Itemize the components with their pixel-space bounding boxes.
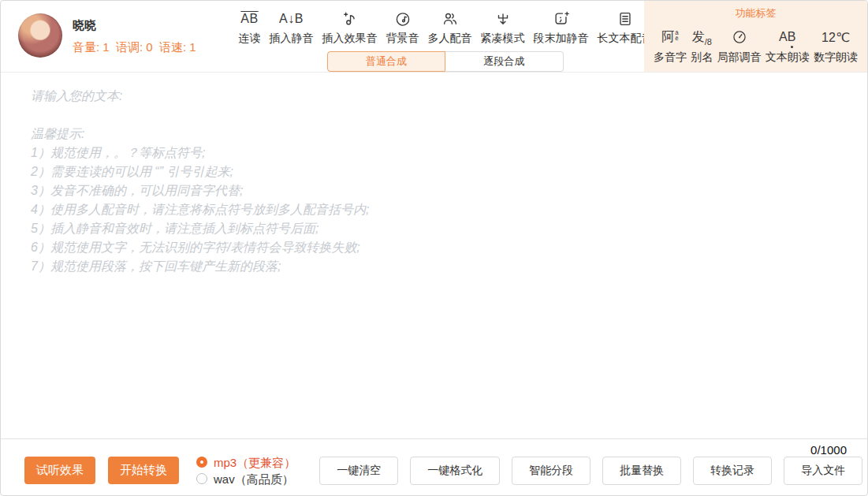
tab-segment-synthesis[interactable]: 逐段合成 — [445, 51, 564, 72]
toolbar-wrap: AB 连读 A↓B 插入静音 插入效果音 — [247, 1, 644, 72]
tool-background-music[interactable]: 背景音 — [386, 9, 420, 46]
toolbar: AB 连读 A↓B 插入静音 插入效果音 — [238, 9, 654, 46]
voice-name: 晓晓 — [73, 18, 196, 33]
gauge-icon — [732, 28, 747, 47]
format-radio-group: mp3（更兼容） wav（高品质） — [196, 456, 296, 486]
text-reading-icon: AB — [779, 28, 795, 47]
import-file-button[interactable]: 导入文件 — [784, 457, 862, 485]
voice-avatar[interactable] — [18, 13, 62, 58]
tool-compact-mode[interactable]: 紧凑模式 — [480, 9, 526, 46]
synthesis-mode-tabs: 普通合成 逐段合成 — [327, 51, 564, 72]
polyphonic-char-icon: 阿āē — [661, 28, 678, 47]
feature-polyphonic[interactable]: 阿āē 多音字 — [654, 28, 687, 65]
tool-paragraph-end-silence[interactable]: 段末加静音 — [533, 9, 590, 46]
tool-multi-voice[interactable]: 多人配音 — [427, 9, 473, 46]
convert-button[interactable]: 开始转换 — [108, 457, 179, 484]
footer-toolbar: 试听效果 开始转换 mp3（更兼容） wav（高品质） 一键清空 一键格式化 智… — [1, 438, 867, 495]
alias-icon: 发/8 — [692, 28, 712, 47]
compress-down-icon — [494, 9, 512, 28]
tts-app-window: 晓晓 音量: 1 语调: 0 语速: 1 AB 连读 A↓B 插入静音 — [0, 0, 868, 496]
feature-tags-panel: 功能标签 阿āē 多音字 发/8 别名 — [644, 1, 867, 72]
tool-insert-silence[interactable]: A↓B 插入静音 — [269, 9, 315, 46]
header: 晓晓 音量: 1 语调: 0 语速: 1 AB 连读 A↓B 插入静音 — [1, 1, 867, 73]
conversion-history-button[interactable]: 转换记录 — [693, 457, 772, 485]
feature-number-reading[interactable]: 12℃ 数字朗读 — [814, 28, 858, 65]
radio-wav[interactable]: wav（高品质） — [196, 472, 296, 486]
linked-reading-icon: AB — [240, 9, 258, 28]
frame-semicolon-plus-icon — [553, 9, 570, 28]
insert-silence-icon: A↓B — [279, 9, 304, 28]
tool-liandu[interactable]: AB 连读 — [238, 9, 262, 46]
number-reading-icon: 12℃ — [821, 28, 850, 47]
preview-button[interactable]: 试听效果 — [24, 457, 95, 484]
feature-local-tuning[interactable]: 局部调音 — [717, 28, 762, 65]
sound-effect-note-icon — [341, 9, 359, 28]
feature-alias[interactable]: 发/8 别名 — [691, 28, 713, 65]
voice-meta: 晓晓 音量: 1 语调: 0 语速: 1 — [73, 13, 196, 55]
radio-mp3[interactable]: mp3（更兼容） — [196, 456, 296, 469]
tab-normal-synthesis[interactable]: 普通合成 — [327, 51, 445, 72]
voice-selector-card[interactable]: 晓晓 音量: 1 语调: 0 语速: 1 — [1, 1, 247, 72]
clear-all-button[interactable]: 一键清空 — [319, 457, 398, 485]
feature-text-reading[interactable]: AB 文本朗读 — [766, 28, 810, 65]
smart-segment-button[interactable]: 智能分段 — [512, 457, 590, 485]
radio-unselected-icon[interactable] — [196, 473, 207, 484]
tool-insert-effect[interactable]: 插入效果音 — [322, 9, 378, 46]
char-counter: 0/1000 — [810, 443, 847, 457]
radio-selected-icon[interactable] — [196, 457, 207, 468]
document-lines-icon — [617, 9, 634, 28]
people-icon — [441, 9, 459, 28]
format-button[interactable]: 一键格式化 — [410, 457, 500, 485]
feature-items: 阿āē 多音字 发/8 别名 — [654, 28, 858, 65]
batch-replace-button[interactable]: 批量替换 — [602, 457, 681, 485]
footer-tool-buttons: 一键清空 一键格式化 智能分段 批量替换 转换记录 导入文件 — [319, 457, 862, 485]
voice-stats: 音量: 1 语调: 0 语速: 1 — [73, 40, 196, 55]
text-input-area[interactable]: 请输入您的文本: 温馨提示: 1）规范使用，。？等标点符号; 2）需要连读的可以… — [1, 73, 867, 438]
feature-panel-title: 功能标签 — [654, 6, 858, 21]
background-music-disc-icon — [394, 9, 412, 28]
editor-placeholder: 请输入您的文本: 温馨提示: 1）规范使用，。？等标点符号; 2）需要连读的可以… — [31, 87, 844, 276]
